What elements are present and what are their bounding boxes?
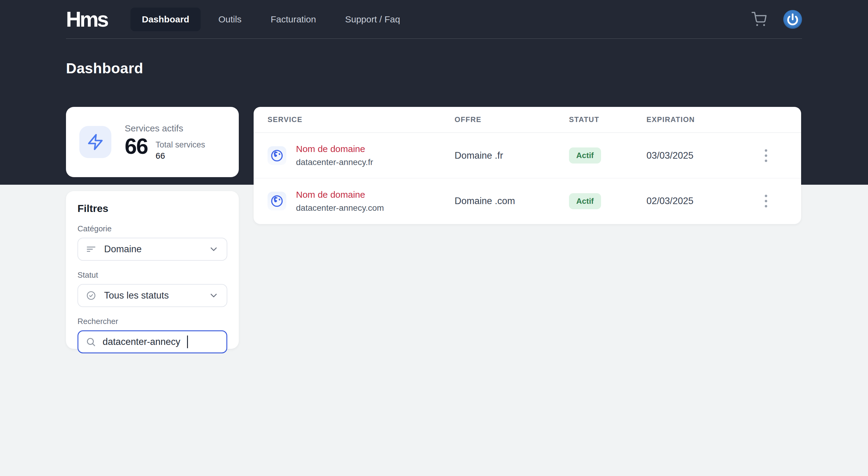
offer-cell: Domaine .com [455,196,569,207]
nav-item-outils[interactable]: Outils [207,7,253,31]
page-title: Dashboard [66,60,143,77]
row-actions-menu-button[interactable] [762,192,770,210]
cart-button[interactable] [751,11,768,28]
total-services-label: Total services [156,140,205,150]
service-domain: datacenter-annecy.fr [296,157,373,167]
filters-panel: Filtres Catégorie Domaine Statut Tous le… [66,191,239,349]
table-header-row: SERVICE OFFRE STATUT EXPIRATION [254,107,801,133]
column-header-statut: STATUT [569,115,647,124]
services-table: SERVICE OFFRE STATUT EXPIRATION Nom de d… [254,107,801,224]
filter-lines-icon [86,244,96,255]
account-power-button[interactable] [783,10,802,29]
globe-icon [268,192,286,210]
category-label: Catégorie [78,224,227,234]
power-icon [786,13,799,25]
status-label: Statut [78,270,227,280]
table-row: Nom de domaine datacenter-annecy.com Dom… [254,178,801,224]
chevron-down-icon [209,290,219,301]
expiration-cell: 03/03/2025 [647,150,745,161]
nav-item-dashboard[interactable]: Dashboard [130,7,201,31]
status-select-value: Tous les statuts [104,290,169,301]
search-input[interactable]: datacenter-annecy [78,330,227,353]
active-services-card: Services actifs 66 Total services 66 [66,107,239,177]
nav-item-facturation[interactable]: Facturation [259,7,328,31]
app-logo[interactable]: Hms [66,9,107,30]
shopping-cart-icon [751,12,767,27]
service-name-link[interactable]: Nom de domaine [296,189,384,200]
top-navigation-bar: Hms Dashboard Outils Facturation Support… [66,0,802,39]
category-select-value: Domaine [104,244,142,255]
search-icon [86,337,96,347]
service-domain: datacenter-annecy.com [296,203,384,213]
category-select[interactable]: Domaine [78,238,227,261]
offer-cell: Domaine .fr [455,150,569,161]
search-label: Rechercher [78,317,227,326]
main-nav: Dashboard Outils Facturation Support / F… [130,7,417,31]
column-header-service: SERVICE [268,115,455,124]
service-name-link[interactable]: Nom de domaine [296,144,373,154]
check-circle-icon [86,290,96,301]
table-row: Nom de domaine datacenter-annecy.fr Doma… [254,133,801,178]
row-actions-menu-button[interactable] [762,146,770,165]
column-header-expiration: EXPIRATION [647,115,745,124]
expiration-cell: 02/03/2025 [647,196,745,207]
text-cursor [187,335,188,348]
active-services-count: 66 [125,136,148,157]
status-badge: Actif [569,193,601,209]
status-select[interactable]: Tous les statuts [78,284,227,307]
stats-title: Services actifs [125,123,205,133]
status-badge: Actif [569,147,601,163]
nav-item-support-faq[interactable]: Support / Faq [334,7,412,31]
column-header-offre: OFFRE [455,115,569,124]
chevron-down-icon [209,244,219,255]
globe-icon [268,146,286,165]
total-services-count: 66 [156,151,205,161]
filters-title: Filtres [78,203,227,214]
search-input-value: datacenter-annecy [102,336,180,347]
lightning-icon [79,126,112,158]
